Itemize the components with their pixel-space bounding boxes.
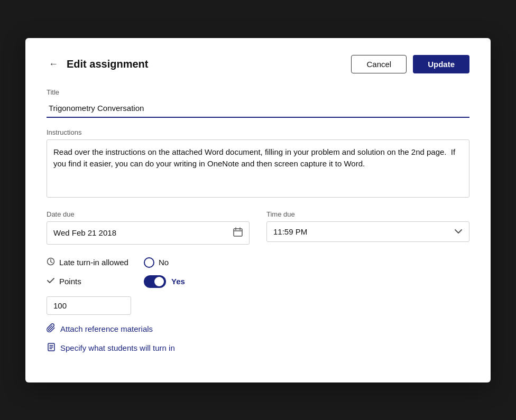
update-button[interactable]: Update — [413, 55, 469, 73]
modal-header: ← Edit assignment Cancel Update — [47, 55, 469, 73]
document-icon — [47, 342, 56, 354]
points-row: Points Yes — [47, 275, 469, 288]
checkmark-icon — [47, 276, 55, 286]
time-due-value: 11:59 PM — [273, 227, 307, 236]
radio-button[interactable] — [144, 257, 154, 268]
instructions-label: Instructions — [47, 128, 469, 136]
late-turnin-row: Late turn-in allowed No — [47, 257, 469, 268]
date-time-row: Date due Wed Feb 21 2018 Time due 11:59 … — [47, 210, 469, 245]
late-turnin-label-group: Late turn-in allowed — [47, 257, 131, 267]
calendar-icon — [233, 227, 243, 239]
late-turnin-label: Late turn-in allowed — [59, 258, 128, 267]
options-section: Late turn-in allowed No Points — [47, 257, 469, 288]
date-due-label: Date due — [47, 210, 250, 218]
specify-row[interactable]: Specify what students will turn in — [47, 342, 469, 354]
points-label: Points — [59, 277, 81, 286]
time-group: Time due 11:59 PM — [266, 210, 469, 245]
svg-rect-0 — [234, 229, 242, 236]
header-actions: Cancel Update — [351, 55, 469, 73]
date-due-value: Wed Feb 21 2018 — [53, 228, 116, 237]
toggle-switch[interactable] — [144, 275, 166, 288]
toggle-track — [144, 275, 166, 288]
time-due-select[interactable]: 11:59 PM — [266, 221, 469, 242]
chevron-down-icon — [454, 227, 463, 236]
page-title: Edit assignment — [67, 58, 148, 70]
attach-label[interactable]: Attach reference materials — [60, 324, 153, 333]
instructions-group: Instructions Read over the instructions … — [47, 128, 469, 200]
points-toggle[interactable]: Yes — [144, 275, 185, 288]
time-due-label: Time due — [266, 210, 469, 218]
date-group: Date due Wed Feb 21 2018 — [47, 210, 250, 245]
title-group: Title — [47, 88, 469, 118]
instructions-textarea[interactable]: Read over the instructions on the attach… — [47, 139, 469, 198]
svg-line-6 — [51, 262, 52, 263]
header-left: ← Edit assignment — [47, 57, 148, 71]
title-label: Title — [47, 88, 469, 96]
points-label-group: Points — [47, 276, 131, 286]
toggle-thumb — [154, 277, 164, 286]
back-button[interactable]: ← — [47, 57, 60, 71]
specify-label[interactable]: Specify what students will turn in — [60, 343, 175, 352]
points-input[interactable] — [47, 296, 131, 315]
date-due-input[interactable]: Wed Feb 21 2018 — [47, 221, 250, 245]
attach-row[interactable]: Attach reference materials — [47, 323, 469, 335]
clock-icon — [47, 257, 55, 267]
title-input[interactable] — [47, 99, 469, 118]
paperclip-icon — [47, 323, 56, 335]
points-toggle-value: Yes — [171, 277, 185, 286]
late-turnin-radio[interactable]: No — [144, 257, 169, 268]
late-turnin-value: No — [159, 258, 169, 267]
cancel-button[interactable]: Cancel — [351, 55, 407, 73]
edit-assignment-modal: ← Edit assignment Cancel Update Title In… — [25, 38, 491, 382]
